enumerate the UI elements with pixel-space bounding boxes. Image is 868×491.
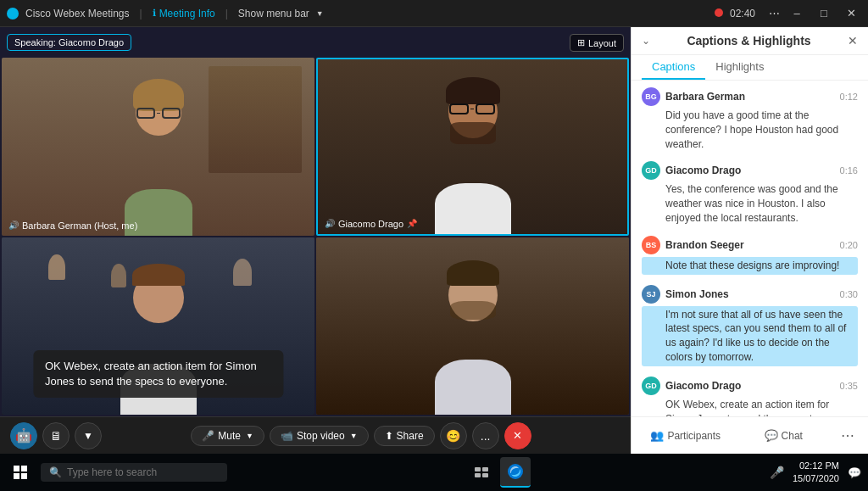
reactions-btn[interactable]: 🖥 xyxy=(42,422,70,449)
caption-name-brandon: Brandon Seeger xyxy=(665,239,835,251)
panel-collapse-icon[interactable]: ⌄ xyxy=(642,35,650,47)
caption-overlay: OK Webex, create an action item for Simo… xyxy=(33,350,283,398)
layout-label: Layout xyxy=(588,38,616,48)
tab-highlights[interactable]: Highlights xyxy=(705,55,774,80)
caption-time-giacomo2: 0:35 xyxy=(840,381,858,391)
toolbar-center: 🎤 Mute ▼ 📹 Stop video ▼ ⬆ Share 😊 ... xyxy=(191,422,531,449)
caption-header-brandon: BS Brandon Seeger 0:20 xyxy=(642,236,858,254)
minimize-btn[interactable]: – xyxy=(787,3,807,24)
webex-icon xyxy=(7,8,19,20)
caption-time-simon: 0:30 xyxy=(840,289,858,299)
meeting-info-label: Meeting Info xyxy=(159,8,215,20)
giacomo-pin-icon: 📌 xyxy=(407,219,417,228)
taskbar-search-area[interactable]: 🔍 xyxy=(41,463,227,482)
caption-text-giacomo: Yes, the conference was good and the wea… xyxy=(642,182,858,225)
layout-btn[interactable]: ⊞ Layout xyxy=(570,34,624,52)
taskbar-date: 15/07/2020 xyxy=(793,472,839,485)
webex-assistant-btn[interactable]: 🤖 xyxy=(10,422,37,449)
chat-icon: 💬 xyxy=(765,429,778,442)
mute-dropdown-arrow[interactable]: ▼ xyxy=(246,432,253,440)
info-icon: ⋯ xyxy=(769,7,780,20)
more-btn[interactable]: ... xyxy=(472,422,499,449)
caption-text: OK Webex, create an action item for Simo… xyxy=(45,360,257,388)
titlebar: Cisco Webex Meetings | ℹ Meeting Info | … xyxy=(0,0,868,27)
participants-icon: 👥 xyxy=(650,429,664,442)
meeting-info-icon: ℹ xyxy=(153,8,156,19)
taskbar-edge-btn[interactable] xyxy=(500,457,531,488)
simon-video xyxy=(316,237,629,416)
notification-icon[interactable]: 💬 xyxy=(848,466,861,479)
video-section: Speaking: Giacomo Drago ⊞ Layout xyxy=(0,27,631,454)
video-dropdown-arrow[interactable]: ▼ xyxy=(350,432,358,440)
svg-rect-1 xyxy=(21,466,27,471)
titlebar-controls: 02:40 ⋯ – □ ✕ xyxy=(715,3,861,24)
recording-dot xyxy=(715,8,723,20)
taskbar-apps xyxy=(227,457,770,488)
mic-taskbar-icon: 🎤 xyxy=(770,466,784,479)
caption-name-giacomo2: Giacomo Drago xyxy=(665,380,835,392)
avatar-giacomo: GD xyxy=(642,161,660,180)
caption-text-barbara: Did you have a good time at the conferen… xyxy=(642,109,858,151)
taskbar-clock: 02:12 PM xyxy=(793,460,839,472)
stop-video-btn[interactable]: 📹 Stop video ▼ xyxy=(270,426,369,446)
stop-video-label: Stop video xyxy=(297,430,345,442)
giacomo-name: Giacomo Drago xyxy=(338,219,403,229)
side-panel: ⌄ Captions & Highlights ✕ Captions Highl… xyxy=(631,27,868,454)
maximize-btn[interactable]: □ xyxy=(814,3,834,24)
video-icon: 📹 xyxy=(281,430,293,442)
svg-rect-5 xyxy=(482,467,488,471)
giacomo-mic-icon: 🔊 xyxy=(325,219,335,228)
caption-entry-giacomo: GD Giacomo Drago 0:16 Yes, the conferenc… xyxy=(642,161,858,225)
caption-header-simon: SJ Simon Jones 0:30 xyxy=(642,285,858,304)
more-options-small[interactable]: ▼ xyxy=(75,422,102,449)
more-label: ... xyxy=(481,429,491,443)
svg-rect-6 xyxy=(475,473,481,477)
caption-name-barbara: Barbara German xyxy=(665,91,835,103)
menu-arrow[interactable]: ▼ xyxy=(316,9,324,18)
panel-title: Captions & Highlights xyxy=(687,34,810,47)
share-btn[interactable]: ⬆ Share xyxy=(374,426,435,446)
meeting-info-btn[interactable]: ℹ Meeting Info xyxy=(153,8,215,20)
taskbar-right: 🎤 02:12 PM 15/07/2020 💬 xyxy=(770,460,861,486)
windows-logo-icon xyxy=(14,466,27,479)
tab-captions[interactable]: Captions xyxy=(642,55,705,80)
close-btn[interactable]: ✕ xyxy=(841,3,861,24)
separator: | xyxy=(140,8,142,20)
chat-btn[interactable]: 💬 Chat xyxy=(737,425,832,446)
share-icon: ⬆ xyxy=(385,430,393,442)
windows-start-btn[interactable] xyxy=(7,459,34,486)
participants-btn[interactable]: 👥 Participants xyxy=(638,425,733,446)
barbara-mic-icon: 🔊 xyxy=(8,220,19,230)
taskbar-multidesktop-btn[interactable] xyxy=(466,457,497,488)
taskbar: 🔍 🎤 02:12 PM 15/07/2020 💬 xyxy=(0,454,868,491)
caption-time-giacomo: 0:16 xyxy=(840,165,858,176)
svg-rect-3 xyxy=(21,473,27,479)
caption-entry-brandon: BS Brandon Seeger 0:20 Note that these d… xyxy=(642,236,858,275)
panel-more-options-btn[interactable]: ⋯ xyxy=(834,423,861,448)
video-tile-giacomo: 🔊 Giacomo Drago 📌 xyxy=(316,58,629,236)
svg-rect-0 xyxy=(14,466,19,471)
mute-btn[interactable]: 🎤 Mute ▼ xyxy=(191,426,264,446)
app-title: Cisco Webex Meetings xyxy=(25,8,130,20)
panel-close-btn[interactable]: ✕ xyxy=(848,34,858,47)
panel-header: ⌄ Captions & Highlights ✕ xyxy=(632,27,868,55)
speaking-indicator: Speaking: Giacomo Drago xyxy=(7,34,131,51)
layout-icon: ⊞ xyxy=(577,37,585,48)
share-label: Share xyxy=(397,430,424,442)
toolbar-left: 🤖 🖥 ▼ xyxy=(10,422,102,449)
caption-text-giacomo2: OK Webex, create an action item for Simo… xyxy=(642,398,858,416)
svg-point-8 xyxy=(508,464,523,479)
end-call-btn[interactable]: ✕ xyxy=(504,422,531,449)
caption-name-giacomo: Giacomo Drago xyxy=(665,165,835,176)
edge-icon xyxy=(507,463,524,480)
panel-tabs: Captions Highlights xyxy=(632,55,868,81)
caption-header-giacomo: GD Giacomo Drago 0:16 xyxy=(642,161,858,180)
reactions-emoji-btn[interactable]: 😊 xyxy=(440,422,467,449)
show-menu-btn[interactable]: Show menu bar xyxy=(238,8,309,20)
barbara-label: 🔊 Barbara German (Host, me) xyxy=(8,220,137,231)
titlebar-time: 02:40 xyxy=(730,8,755,20)
caption-text-simon: I'm not sure that all of us have seen th… xyxy=(642,306,858,366)
search-input[interactable] xyxy=(67,466,219,478)
main-area: Speaking: Giacomo Drago ⊞ Layout xyxy=(0,27,868,454)
avatar-brandon: BS xyxy=(642,236,660,254)
